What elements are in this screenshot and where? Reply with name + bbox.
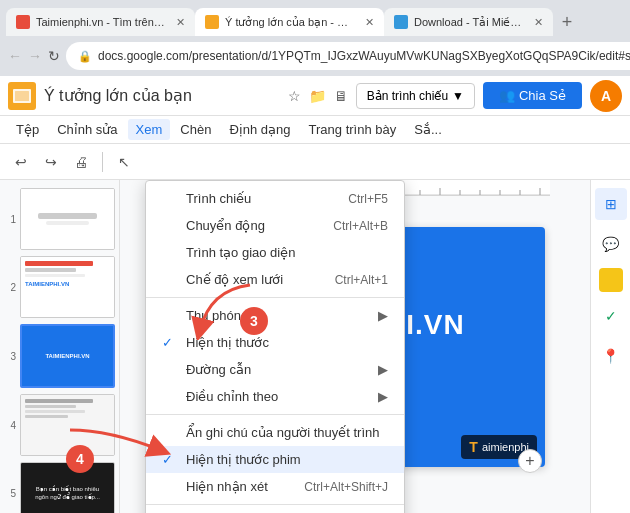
new-tab-button[interactable]: +	[553, 8, 581, 36]
menu-item-toan-man-hinh[interactable]: Toàn màn hình	[146, 509, 404, 513]
shortcut-trinh-chieu: Ctrl+F5	[328, 192, 388, 206]
view-menu-dropdown: Trình chiếu Ctrl+F5 Chuyển động Ctrl+Alt…	[145, 180, 405, 513]
tab-3-favicon	[394, 15, 408, 29]
tab-2-favicon	[205, 15, 219, 29]
shortcut-chuyen-dong: Ctrl+Alt+B	[313, 219, 388, 233]
check-duong-can	[162, 362, 178, 377]
check-hien-thi-thuoc: ✓	[162, 335, 178, 350]
menu-dinh-dang[interactable]: Định dạng	[221, 119, 298, 140]
divider-1	[146, 297, 404, 298]
tab-1-label: Taimienphi.vn - Tìm trên Google ...	[36, 16, 166, 28]
shortcut-che-do-xem-luoi: Ctrl+Alt+1	[315, 273, 388, 287]
menu-item-duong-can[interactable]: Đường cẫn ▶	[146, 356, 404, 383]
anno-3-number: 3	[250, 313, 258, 329]
main-area: 1 2 TAIMIENPHI.VN	[0, 180, 630, 513]
browser-chrome: Taimienphi.vn - Tìm trên Google ... ✕ Ý …	[0, 0, 630, 76]
menu-bar: Tệp Chỉnh sửa Xem Chèn Định dạng Trang t…	[0, 116, 630, 144]
url-text: docs.google.com/presentation/d/1YPQTm_IJ…	[98, 49, 630, 63]
menu-item-an-ghi-chu[interactable]: Ẩn ghi chú của người thuyết trình	[146, 419, 404, 446]
menu-more[interactable]: Sắ...	[406, 119, 450, 140]
check-hien-thi-thuoc-phim: ✓	[162, 452, 178, 467]
menu-item-dieu-chinh-theo[interactable]: Điều chỉnh theo ▶	[146, 383, 404, 410]
divider-3	[146, 504, 404, 505]
tab-1-close[interactable]: ✕	[176, 16, 185, 29]
menu-tep[interactable]: Tệp	[8, 119, 47, 140]
reload-button[interactable]: ↻	[48, 42, 60, 70]
undo-button[interactable]: ↩	[8, 149, 34, 175]
app-container: Ý tưởng lớn của bạn ☆ 📁 🖥 Bản trình chiế…	[0, 76, 630, 513]
annotation-4: 4	[66, 445, 94, 473]
check-hien-nhan-xet	[162, 479, 178, 494]
tab-3-close[interactable]: ✕	[534, 16, 543, 29]
check-trinh-chieu	[162, 191, 178, 206]
menu-trang-trinh-bay[interactable]: Trang trình bày	[301, 119, 405, 140]
check-thu-phong	[162, 308, 178, 323]
check-an-ghi-chu	[162, 425, 178, 440]
tab-3[interactable]: Download - Tải Miền Phí VN - ... ✕	[384, 8, 553, 36]
tab-1[interactable]: Taimienphi.vn - Tìm trên Google ... ✕	[6, 8, 195, 36]
check-trinh-tao-giao-dien	[162, 245, 178, 260]
menu-item-trinh-chieu[interactable]: Trình chiếu Ctrl+F5	[146, 185, 404, 212]
doc-title: Ý tưởng lớn của bạn	[44, 86, 280, 105]
back-button[interactable]: ←	[8, 42, 22, 70]
present-button-label: Bản trình chiếu	[367, 89, 448, 103]
present-icon[interactable]: 🖥	[334, 88, 348, 104]
menu-item-duong-can-label: Đường cẫn	[186, 362, 251, 377]
menu-item-hien-thi-thuoc-phim-label: Hiện thị thước phim	[186, 452, 301, 467]
folder-icon[interactable]: 📁	[309, 88, 326, 104]
forward-button[interactable]: →	[28, 42, 42, 70]
check-che-do-xem-luoi	[162, 272, 178, 287]
svg-rect-2	[15, 91, 29, 101]
tab-2-close[interactable]: ✕	[365, 16, 374, 29]
present-button[interactable]: Bản trình chiếu ▼	[356, 83, 475, 109]
present-dropdown-icon[interactable]: ▼	[452, 89, 464, 103]
share-icon: 👥	[499, 88, 515, 103]
menu-item-hien-thi-thuoc-phim[interactable]: ✓ Hiện thị thước phim	[146, 446, 404, 473]
menu-chinh-sua[interactable]: Chỉnh sửa	[49, 119, 125, 140]
menu-item-dieu-chinh-theo-label: Điều chỉnh theo	[186, 389, 278, 404]
divider-2	[146, 414, 404, 415]
lock-icon: 🔒	[78, 50, 92, 63]
menu-item-thu-phong[interactable]: Thu phóng ▶	[146, 302, 404, 329]
menu-item-hien-thi-thuoc-label: Hiện thị thước	[186, 335, 269, 350]
anno-4-number: 4	[76, 451, 84, 467]
menu-item-an-ghi-chu-label: Ẩn ghi chú của người thuyết trình	[186, 425, 379, 440]
menu-item-chuyen-dong-label: Chuyển động	[186, 218, 265, 233]
share-button[interactable]: 👥 Chia Sẻ	[483, 82, 582, 109]
redo-button[interactable]: ↪	[38, 149, 64, 175]
address-bar: ← → ↻ 🔒 docs.google.com/presentation/d/1…	[0, 36, 630, 76]
toolbar-divider-1	[102, 152, 103, 172]
menu-item-trinh-chieu-label: Trình chiếu	[186, 191, 251, 206]
dropdown-overlay: Trình chiếu Ctrl+F5 Chuyển động Ctrl+Alt…	[0, 180, 630, 513]
menu-item-thu-phong-label: Thu phóng	[186, 308, 248, 323]
app-header: Ý tưởng lớn của bạn ☆ 📁 🖥 Bản trình chiế…	[0, 76, 630, 116]
slides-logo	[8, 82, 36, 110]
menu-item-che-do-xem-luoi-label: Chế độ xem lưới	[186, 272, 283, 287]
menu-chen[interactable]: Chèn	[172, 119, 219, 140]
check-chuyen-dong	[162, 218, 178, 233]
menu-item-trinh-tao-giao-dien[interactable]: Trình tạo giao diện	[146, 239, 404, 266]
submenu-arrow-dieu-chinh-theo: ▶	[378, 389, 388, 404]
tab-2[interactable]: Ý tưởng lớn của bạn - Google S... ✕	[195, 8, 384, 36]
submenu-arrow-duong-can: ▶	[378, 362, 388, 377]
app-profile-avatar[interactable]: A	[590, 80, 622, 112]
url-bar[interactable]: 🔒 docs.google.com/presentation/d/1YPQTm_…	[66, 42, 630, 70]
star-icon[interactable]: ☆	[288, 88, 301, 104]
share-button-label: Chia Sẻ	[519, 88, 566, 103]
menu-item-trinh-tao-giao-dien-label: Trình tạo giao diện	[186, 245, 295, 260]
toolbar: ↩ ↪ 🖨 ↖	[0, 144, 630, 180]
menu-item-hien-thi-thuoc[interactable]: ✓ Hiện thị thước	[146, 329, 404, 356]
menu-item-che-do-xem-luoi[interactable]: Chế độ xem lưới Ctrl+Alt+1	[146, 266, 404, 293]
tab-bar: Taimienphi.vn - Tìm trên Google ... ✕ Ý …	[0, 0, 630, 36]
menu-item-hien-nhan-xet-label: Hiện nhận xét	[186, 479, 268, 494]
cursor-button[interactable]: ↖	[111, 149, 137, 175]
shortcut-hien-nhan-xet: Ctrl+Alt+Shift+J	[284, 480, 388, 494]
check-dieu-chinh-theo	[162, 389, 178, 404]
tab-1-favicon	[16, 15, 30, 29]
menu-item-chuyen-dong[interactable]: Chuyển động Ctrl+Alt+B	[146, 212, 404, 239]
tab-2-label: Ý tưởng lớn của bạn - Google S...	[225, 16, 355, 29]
menu-xem[interactable]: Xem	[128, 119, 171, 140]
menu-item-hien-nhan-xet[interactable]: Hiện nhận xét Ctrl+Alt+Shift+J	[146, 473, 404, 500]
print-button[interactable]: 🖨	[68, 149, 94, 175]
annotation-3: 3	[240, 307, 268, 335]
